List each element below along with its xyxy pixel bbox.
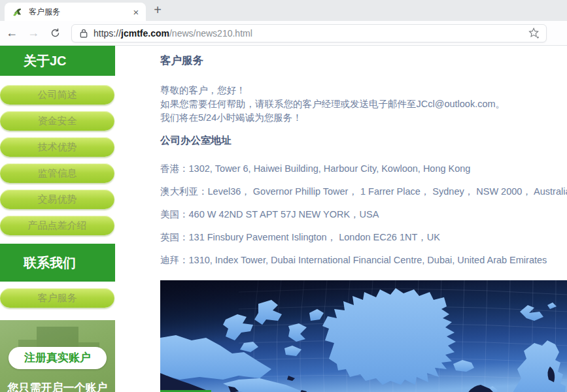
sidebar-item-trading-advantage[interactable]: 交易优势 [0,189,114,209]
address-bar[interactable]: https://jcmtfe.com/news/news210.html [71,24,547,42]
close-tab-icon[interactable]: × [130,7,142,18]
sidebar-header-about: 关于JC [0,46,115,76]
forward-icon: → [24,26,43,40]
address-uk: 英国：131 Finsbury Pavement Islington， Lond… [160,232,567,243]
refresh-icon[interactable] [45,27,65,39]
url-text: https://jcmtfe.com/news/news210.html [94,28,252,39]
sidebar-item-fund-safety[interactable]: 资金安全 [0,111,114,131]
address-usa: 美国：460 W 42ND ST APT 57J NEW YORK，USA [160,209,567,220]
tab-title: 客户服务 [29,7,130,18]
page-content: 关于JC 公司简述 资金安全 技术优势 监管信息 交易优势 产品点差介绍 联系我… [0,46,567,392]
sidebar-header-contact: 联系我们 [0,244,115,282]
tab-bar: 客户服务 × + [0,0,567,21]
sidebar-item-tech-advantage[interactable]: 技术优势 [0,137,114,157]
url-domain: jcmtfe.com [121,28,169,39]
promo-caption: 您只需开启一个账户 [0,380,115,392]
grasshopper-logo-icon [12,7,23,17]
sidebar-item-company-profile[interactable]: 公司简述 [0,85,114,105]
intro-line: 我们将在5/24小时竭诚为您服务！ [160,111,567,125]
sidebar-item-product-spreads[interactable]: 产品点差介绍 [0,216,114,235]
intro-line: 尊敬的客户，您好！ [160,84,567,97]
address-hongkong: 香港：1302, Tower 6, Haiwei Building, Harbo… [160,163,567,174]
browser-tab[interactable]: 客户服务 × [5,3,146,21]
new-tab-icon[interactable]: + [150,3,165,18]
office-address-title: 公司办公室地址 [160,134,567,148]
city-silhouette-decoration [37,327,78,349]
page-title: 客户服务 [160,54,567,68]
url-path: /news/news210.html [169,28,252,39]
address-dubai: 迪拜：1310, Index Tower, Dubai Internationa… [160,255,567,266]
lock-icon[interactable] [80,28,88,38]
url-scheme: https:// [94,28,121,39]
back-icon[interactable]: ← [2,26,22,40]
main-article: 客户服务 尊敬的客户，您好！ 如果您需要任何帮助，请联系您的客户经理或发送电子邮… [115,46,567,392]
browser-window: 客户服务 × + ← → https://jcmtfe.com/news/new… [0,0,567,392]
register-real-account-button[interactable]: 注册真实账户 [9,347,107,369]
star-add-icon[interactable] [528,27,540,39]
browser-toolbar: ← → https://jcmtfe.com/news/news210.html [0,21,567,46]
intro-line: 如果您需要任何帮助，请联系您的客户经理或发送电子邮件至JCcl@outlook.… [160,97,567,111]
world-map-image [160,280,567,392]
sidebar-nav: 关于JC 公司简述 资金安全 技术优势 监管信息 交易优势 产品点差介绍 联系我… [0,46,115,392]
register-promo-banner: 注册真实账户 您只需开启一个账户 [0,320,115,392]
intro-paragraph: 尊敬的客户，您好！ 如果您需要任何帮助，请联系您的客户经理或发送电子邮件至JCc… [160,84,567,125]
sidebar-item-regulation-info[interactable]: 监管信息 [0,163,114,183]
address-australia: 澳大利亚：Level36， Governor Phillip Tower， 1 … [160,186,567,197]
sidebar-item-customer-service[interactable]: 客户服务 [0,288,114,308]
